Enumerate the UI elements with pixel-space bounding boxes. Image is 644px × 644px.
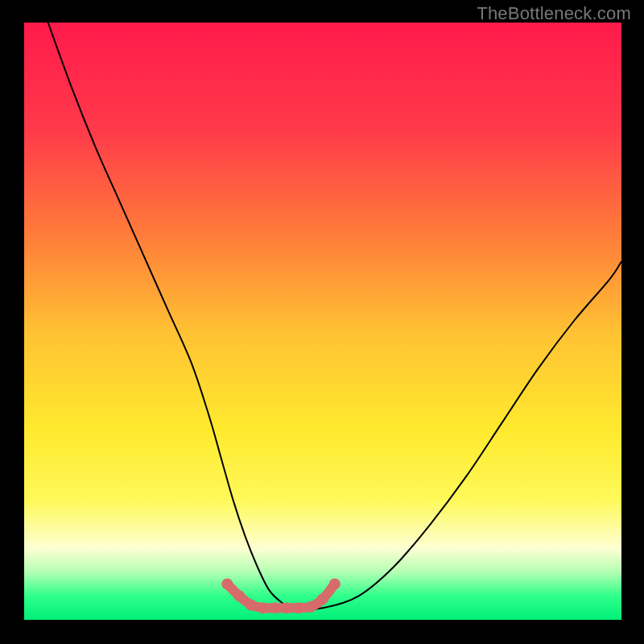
emphasis-dot: [305, 601, 316, 613]
emphasis-dot: [317, 593, 328, 605]
watermark-text: TheBottleneck.com: [477, 3, 631, 24]
emphasis-dot: [329, 578, 341, 589]
emphasis-dot: [233, 590, 245, 601]
emphasis-dot: [246, 599, 257, 610]
emphasis-dot: [281, 602, 292, 613]
chart-frame: TheBottleneck.com: [0, 0, 644, 644]
emphasis-dot: [258, 602, 269, 613]
emphasis-dot: [270, 602, 281, 613]
gradient-background: [24, 23, 621, 620]
emphasis-dot: [221, 578, 233, 589]
emphasis-dot: [293, 602, 304, 613]
bottleneck-chart: [0, 0, 644, 644]
